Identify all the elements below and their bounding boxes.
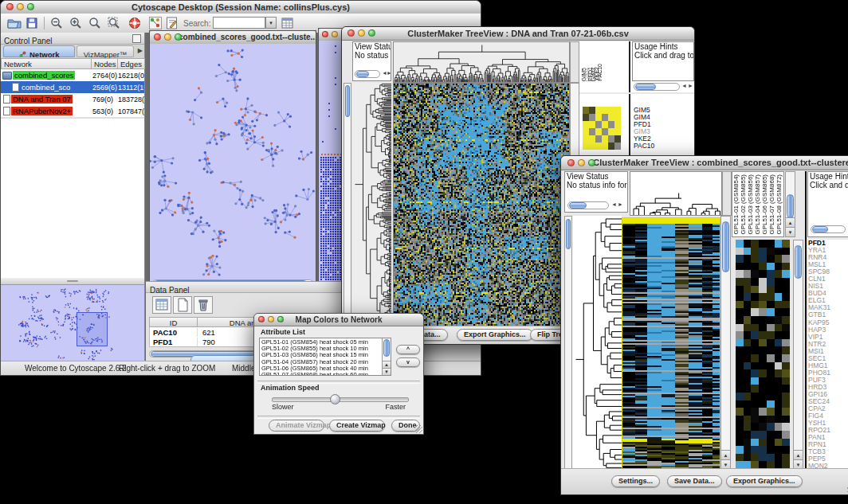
main-heatmap-canvas[interactable] — [393, 83, 570, 329]
matrix-cell[interactable] — [583, 107, 589, 114]
minimize-button[interactable] — [17, 3, 24, 10]
network-tool-icon[interactable] — [149, 17, 162, 29]
v-scrollbar-thumb[interactable] — [383, 339, 390, 357]
panel-splitter[interactable] — [1, 278, 144, 285]
matrix-cell[interactable] — [589, 143, 595, 150]
scroll-down-icon[interactable]: ▼ — [383, 368, 391, 375]
minimize-button[interactable] — [578, 159, 585, 166]
minimize-button[interactable] — [164, 33, 171, 41]
v-scrollbar-thumb[interactable] — [345, 85, 350, 117]
zoom-heatmap-canvas[interactable] — [736, 240, 790, 469]
close-button[interactable] — [322, 31, 328, 37]
save-data-button[interactable]: Save Data... — [667, 475, 722, 487]
tv2-heatmap-scrollbar[interactable]: ▲ ▼ — [720, 216, 731, 470]
minimize-button[interactable] — [268, 316, 274, 322]
row-dendrogram-canvas[interactable] — [352, 83, 391, 327]
tv2-collabel-scrollbar[interactable]: ▲ ▼ — [785, 171, 795, 237]
tab-overflow-arrow[interactable]: ▶ — [138, 47, 143, 54]
minimize-button[interactable] — [332, 31, 338, 37]
matrix-cell[interactable] — [614, 121, 621, 128]
annotation-tool-icon[interactable] — [166, 17, 179, 29]
close-button[interactable] — [258, 316, 265, 322]
matrix-cell[interactable] — [583, 143, 589, 150]
matrix-cell[interactable] — [614, 107, 621, 114]
attribute-listbox[interactable]: GPL51-01 (GSM854) heat shock 05 minGPL51… — [259, 338, 391, 376]
move-up-button[interactable]: ^ — [396, 345, 420, 354]
matrix-cell[interactable] — [583, 135, 589, 143]
resize-grip[interactable] — [414, 425, 422, 433]
matrix-cell[interactable] — [608, 107, 614, 114]
zoom-button[interactable] — [277, 316, 284, 322]
export-graphics-button[interactable]: Export Graphics... — [457, 329, 533, 341]
pane-divider[interactable] — [629, 41, 630, 92]
matrix-cell[interactable] — [583, 128, 589, 135]
usage-h-scrollbar[interactable] — [634, 83, 680, 91]
matrix-cell[interactable] — [595, 143, 602, 150]
zoom-button[interactable] — [175, 33, 182, 41]
col-header-nodes[interactable]: Nodes — [91, 58, 118, 69]
h-scrollbar-thumb[interactable] — [812, 226, 828, 232]
zoom-selected-icon[interactable] — [108, 17, 120, 29]
matrix-cell[interactable] — [595, 107, 602, 114]
matrix-cell[interactable] — [589, 107, 595, 114]
matrix-cell[interactable] — [595, 128, 602, 135]
col-header-network[interactable]: Network — [1, 58, 92, 69]
treeview1-title-bar[interactable]: ClusterMaker TreeView : DNA and Tran 07-… — [342, 27, 694, 41]
matrix-cell[interactable] — [583, 121, 589, 128]
settings-button[interactable]: Settings... — [611, 475, 660, 487]
scroll-up-icon[interactable]: ▲ — [383, 361, 391, 368]
matrix-cell[interactable] — [614, 143, 621, 150]
matrix-cell[interactable] — [608, 135, 614, 143]
animation-speed-slider[interactable] — [272, 397, 409, 402]
slider-thumb[interactable] — [330, 394, 340, 404]
export-graphics-button[interactable]: Export Graphics... — [726, 475, 803, 487]
matrix-cell[interactable] — [589, 128, 595, 135]
delete-attribute-icon[interactable] — [194, 296, 213, 314]
close-button[interactable] — [6, 3, 14, 10]
matrix-cell[interactable] — [595, 114, 602, 121]
matrix-cell[interactable] — [583, 114, 589, 121]
attribute-list-scrollbar[interactable]: ▲ ▼ — [382, 338, 391, 375]
matrix-cell[interactable] — [614, 135, 621, 143]
matrix-cell[interactable] — [602, 135, 608, 143]
data-table-icon[interactable] — [152, 296, 171, 314]
main-title-bar[interactable]: Cytoscape Desktop (Session Name: collins… — [1, 1, 481, 14]
tv2-zoom-scrollbar[interactable]: ▲ ▼ — [793, 240, 803, 470]
attribute-item[interactable]: GPL51-07 (GSM868) heat shock 60 min — [261, 372, 380, 376]
matrix-cell[interactable] — [608, 114, 614, 121]
v-scrollbar-thumb[interactable] — [722, 221, 729, 272]
network-tree-row[interactable]: combined_sco2569(6)13112(15) — [1, 81, 144, 93]
tab-network[interactable]: Network — [3, 45, 75, 57]
column-dendrogram-canvas[interactable] — [393, 41, 570, 83]
matrix-cell[interactable] — [608, 121, 614, 128]
zoom-button[interactable] — [588, 159, 595, 166]
h-scrollbar-thumb[interactable] — [635, 84, 656, 90]
pane-divider[interactable] — [805, 171, 807, 470]
scroll-right-icon[interactable]: ► — [387, 68, 391, 78]
save-icon[interactable] — [26, 18, 37, 29]
help-icon[interactable] — [128, 17, 141, 29]
v-scrollbar-thumb[interactable] — [566, 219, 571, 249]
zoom-button[interactable] — [368, 29, 375, 37]
matrix-cell[interactable] — [589, 121, 595, 128]
close-button[interactable] — [154, 33, 161, 41]
matrix-cell[interactable] — [602, 121, 608, 128]
create-vizmap-button[interactable]: Create Vizmap — [329, 420, 385, 432]
scroll-down-icon[interactable]: ▼ — [786, 227, 795, 236]
treeview2-title-bar[interactable]: ClusterMaker TreeView : combined_scores_… — [561, 156, 848, 170]
close-button[interactable] — [567, 159, 575, 166]
zoom-button[interactable] — [27, 3, 34, 10]
network-tree-row[interactable]: DNA and Tran 07769(0)183728(0) — [1, 93, 144, 105]
matrix-cell[interactable] — [614, 114, 621, 121]
dialog-title-bar[interactable]: Map Colors to Network — [254, 314, 423, 326]
scroll-up-icon[interactable]: ▲ — [786, 217, 795, 227]
scroll-right-icon[interactable]: ► — [618, 200, 623, 209]
tab-vizmapper[interactable]: VizMapper™ — [77, 45, 134, 57]
row-dendrogram-canvas[interactable] — [572, 216, 622, 469]
search-dropdown-button[interactable]: ▼ — [265, 17, 277, 29]
column-dendrogram-canvas[interactable] — [630, 171, 722, 216]
usage-h-scrollbar[interactable] — [811, 225, 846, 233]
matrix-cell[interactable] — [602, 107, 608, 114]
data-col-id[interactable]: ID — [149, 317, 198, 327]
h-scrollbar-thumb[interactable] — [569, 202, 587, 209]
